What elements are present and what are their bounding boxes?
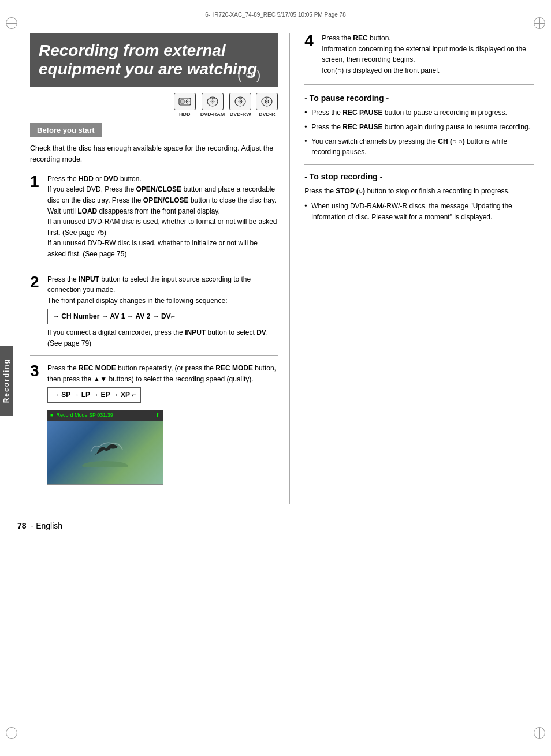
media-icons-row: HDD RAM DVD-RAM [30, 93, 278, 117]
pause-bullet-2: Press the REC PAUSE button again during … [304, 122, 534, 133]
before-start-label: Before you start [30, 123, 102, 137]
svg-rect-1 [180, 100, 184, 103]
check-text: Check that the disc has enough available… [30, 143, 278, 165]
step-3-number: 3 [30, 363, 42, 490]
reg-mark-br [534, 727, 545, 739]
svg-point-14 [266, 101, 267, 102]
media-icon-hdd: HDD [174, 93, 196, 117]
step-1-content: Press the HDD or DVD button. If you sele… [47, 174, 278, 260]
step-2-content: Press the INPUT button to select the inp… [47, 274, 278, 349]
file-info: 6-HR720-XAC_74-89_REC 5/17/05 10:05 PM P… [205, 12, 345, 18]
pause-bullet-3: You can switch channels by pressing the … [304, 136, 534, 158]
right-column: 4 Press the REC button. Information conc… [290, 33, 534, 504]
step-4-content: Press the REC button. Information concer… [322, 33, 534, 76]
svg-point-6 [212, 101, 213, 102]
step-3-content: Press the REC MODE button repeatedly, (o… [47, 363, 278, 490]
svg-text:RAM: RAM [210, 97, 215, 100]
page-footer: 78 - English [0, 510, 551, 536]
page-language: - English [31, 521, 62, 530]
step-2-number: 2 [30, 274, 42, 290]
reg-mark-bl [6, 727, 17, 739]
screenshot-top-bar: ■ Record Mode SP 031:39 ⬆ [47, 410, 163, 421]
reg-mark-tl [6, 17, 17, 29]
stop-title: - To stop recording - [304, 172, 534, 181]
title-icon: ( ○ ) [237, 68, 260, 83]
pause-section: - To pause recording - Press the REC PAU… [304, 93, 534, 157]
pause-bullet-1: Press the REC PAUSE button to pause a re… [304, 107, 534, 118]
svg-text:RW: RW [239, 97, 243, 100]
stop-bullets: When using DVD-RAM/-RW/-R discs, the mes… [304, 201, 534, 222]
left-column: Recording from external equipment you ar… [30, 33, 290, 504]
media-icon-dvdr: R DVD-R [256, 93, 278, 117]
step-3: 3 Press the REC MODE button repeatedly, … [30, 363, 278, 497]
media-icon-dvdram: RAM DVD-RAM [200, 93, 225, 117]
media-icon-dvdrw: RW DVD-RW [229, 93, 251, 117]
step-4-section: 4 Press the REC button. Information conc… [304, 33, 534, 85]
screenshot-placeholder: ■ Record Mode SP 031:39 ⬆ [47, 410, 163, 485]
svg-text:R: R [266, 97, 268, 100]
title-box: Recording from external equipment you ar… [30, 33, 278, 87]
svg-point-3 [187, 101, 188, 102]
stop-section: - To stop recording - Press the STOP (○)… [304, 172, 534, 223]
section-divider-1 [304, 164, 534, 165]
svg-point-10 [240, 101, 241, 102]
arrow-sequence-3: → SP → LP → EP → XP ⌐ [47, 387, 141, 403]
pause-title: - To pause recording - [304, 93, 534, 103]
stop-text: Press the STOP (○) button to stop or fin… [304, 186, 534, 197]
page-number: 78 [17, 521, 27, 530]
step-4-number: 4 [304, 33, 316, 49]
stop-bullet-1: When using DVD-RAM/-RW/-R discs, the mes… [304, 201, 534, 222]
step-1-number: 1 [30, 174, 42, 190]
arrow-sequence-2: → CH Number → AV 1 → AV 2 → DV⌐ [47, 309, 180, 324]
top-bar: 6-HR720-XAC_74-89_REC 5/17/05 10:05 PM P… [0, 12, 551, 21]
step-1: 1 Press the HDD or DVD button. If you se… [30, 174, 278, 267]
pause-bullets: Press the REC PAUSE button to pause a re… [304, 107, 534, 157]
page-title: Recording from external equipment you ar… [39, 42, 269, 78]
step-2: 2 Press the INPUT button to select the i… [30, 274, 278, 357]
svg-point-16 [82, 461, 128, 467]
side-label: Recording [0, 346, 13, 416]
reg-mark-tr [534, 17, 545, 29]
screenshot-body [47, 421, 163, 484]
